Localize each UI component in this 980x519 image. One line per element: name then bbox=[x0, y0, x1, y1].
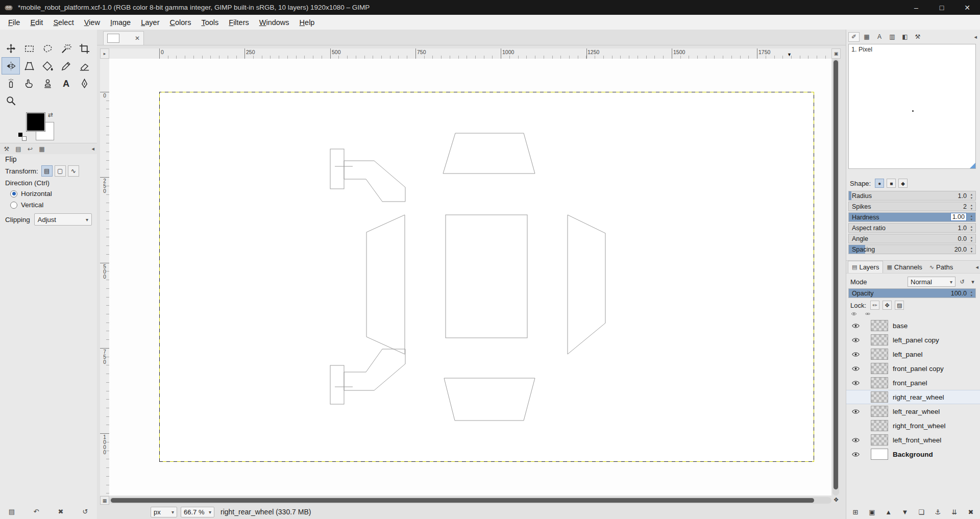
lock-position-button[interactable]: ✥ bbox=[883, 301, 892, 310]
menu-tools[interactable]: Tools bbox=[196, 16, 224, 29]
tool-bucket-fill[interactable] bbox=[38, 57, 57, 75]
menu-select[interactable]: Select bbox=[48, 16, 79, 29]
layer-row[interactable]: front_panel bbox=[846, 376, 980, 390]
layer-link-cell[interactable] bbox=[862, 320, 871, 331]
layer-row[interactable]: right_rear_wheel bbox=[846, 390, 980, 404]
brush-spikes-slider[interactable]: Spikes2▴▾ bbox=[848, 202, 976, 211]
menu-edit[interactable]: Edit bbox=[25, 16, 48, 29]
brush-aspect-ratio-slider[interactable]: Aspect ratio1.0▴▾ bbox=[848, 223, 976, 233]
transform-layer-button[interactable]: ▤ bbox=[41, 165, 53, 177]
tool-rect-select[interactable] bbox=[20, 40, 38, 57]
tool-free-select[interactable] bbox=[38, 40, 57, 57]
tool-zoom[interactable] bbox=[2, 92, 20, 109]
tool-move[interactable] bbox=[2, 40, 20, 57]
layer-link-cell[interactable] bbox=[862, 335, 871, 345]
images-tab-icon[interactable]: ▦ bbox=[38, 145, 46, 153]
brush-aspect-ratio-slider-spinner[interactable]: ▴▾ bbox=[968, 224, 975, 232]
layer-visibility-toggle[interactable] bbox=[849, 378, 862, 388]
save-tool-options-button[interactable]: ▤ bbox=[6, 506, 17, 516]
layer-row[interactable]: right_front_wheel bbox=[846, 418, 980, 433]
clipping-dropdown[interactable]: Adjust ▾ bbox=[34, 213, 92, 226]
transform-selection-button[interactable]: ▢ bbox=[55, 165, 66, 177]
tool-text[interactable] bbox=[57, 75, 75, 92]
shape-diamond-button[interactable]: ◆ bbox=[898, 179, 908, 188]
tool-pencil[interactable] bbox=[57, 57, 75, 75]
menu-help[interactable]: Help bbox=[295, 16, 320, 29]
switch-mode-group-button[interactable]: ↺ bbox=[958, 277, 966, 286]
dock-menu-icon[interactable]: ◂ bbox=[975, 264, 978, 273]
swap-colors-icon[interactable]: ⇄ bbox=[48, 111, 53, 118]
resize-grip-icon[interactable] bbox=[970, 163, 975, 168]
layer-visibility-toggle[interactable] bbox=[849, 435, 862, 445]
layer-row[interactable]: front_panel copy bbox=[846, 361, 980, 376]
palettes-tab-icon[interactable]: ◧ bbox=[899, 32, 911, 42]
layer-row[interactable]: left_rear_wheel bbox=[846, 404, 980, 418]
tool-options-tab-icon[interactable]: ⚒ bbox=[3, 145, 11, 153]
duplicate-layer-button[interactable]: ❏ bbox=[915, 507, 927, 517]
layer-link-cell[interactable] bbox=[862, 378, 871, 388]
lower-layer-button[interactable]: ▼ bbox=[899, 507, 911, 517]
anchor-layer-button[interactable]: ⚓ bbox=[932, 507, 944, 517]
tool-clone[interactable] bbox=[38, 75, 57, 92]
layer-visibility-toggle[interactable] bbox=[849, 392, 862, 402]
layer-row[interactable]: left_front_wheel bbox=[846, 433, 980, 447]
dock-menu-icon[interactable]: ◂ bbox=[974, 34, 977, 40]
quick-mask-toggle[interactable]: ▦ bbox=[100, 496, 109, 505]
maximize-button[interactable]: □ bbox=[929, 0, 954, 15]
lock-alpha-button[interactable]: ▨ bbox=[895, 301, 904, 310]
radio-icon[interactable] bbox=[10, 202, 17, 209]
horizontal-scrollbar[interactable] bbox=[109, 497, 831, 504]
brush-radius-slider[interactable]: Radius1.0▴▾ bbox=[848, 191, 976, 201]
brush-spacing-slider[interactable]: Spacing20.0▴▾ bbox=[848, 244, 976, 254]
brush-angle-slider-spinner[interactable]: ▴▾ bbox=[968, 234, 975, 243]
layer-link-cell[interactable] bbox=[862, 406, 871, 416]
layer-row[interactable]: Background bbox=[846, 447, 980, 461]
layer-row[interactable]: left_panel bbox=[846, 347, 980, 361]
menu-file[interactable]: File bbox=[3, 16, 25, 29]
layer-visibility-toggle[interactable] bbox=[849, 449, 862, 459]
close-button[interactable]: ✕ bbox=[954, 0, 980, 15]
layer-opacity-slider-spinner[interactable]: ▴▾ bbox=[968, 289, 975, 298]
tab-channels[interactable]: ▦Channels bbox=[883, 261, 925, 273]
layer-link-cell[interactable] bbox=[862, 349, 871, 359]
delete-layer-button[interactable]: ✖ bbox=[965, 507, 977, 517]
reset-tool-options-button[interactable]: ↺ bbox=[80, 506, 91, 516]
menu-windows[interactable]: Windows bbox=[254, 16, 295, 29]
lock-pixels-button[interactable]: ✏ bbox=[870, 301, 879, 310]
tool-crop[interactable] bbox=[75, 40, 93, 57]
tab-close-icon[interactable]: ✕ bbox=[135, 35, 140, 42]
shape-circle-button[interactable]: ● bbox=[875, 179, 884, 188]
layer-link-cell[interactable] bbox=[862, 449, 871, 459]
zoom-dropdown[interactable]: 66.7 % ▾ bbox=[181, 507, 214, 517]
menu-image[interactable]: Image bbox=[105, 16, 136, 29]
vertical-scroll-thumb[interactable] bbox=[834, 60, 838, 489]
brush-spikes-slider-spinner[interactable]: ▴▾ bbox=[968, 202, 975, 211]
brushes-tab-icon[interactable]: ✐ bbox=[848, 32, 860, 42]
layer-link-cell[interactable] bbox=[862, 363, 871, 374]
mode-menu-button[interactable]: ▾ bbox=[969, 277, 977, 286]
direction-option-vertical[interactable]: Vertical bbox=[10, 201, 52, 209]
new-layer-group-button[interactable]: ▣ bbox=[866, 507, 878, 517]
layer-visibility-toggle[interactable] bbox=[849, 421, 862, 431]
layer-visibility-toggle[interactable] bbox=[849, 363, 862, 374]
menu-layer[interactable]: Layer bbox=[136, 16, 164, 29]
fonts-tab-icon[interactable]: A bbox=[874, 32, 885, 42]
image-canvas[interactable] bbox=[159, 92, 814, 462]
menu-filters[interactable]: Filters bbox=[224, 16, 254, 29]
device-status-tab-icon[interactable]: ▤ bbox=[14, 145, 22, 153]
vertical-scrollbar[interactable] bbox=[832, 59, 839, 496]
tool-flip[interactable] bbox=[2, 57, 20, 75]
merge-down-button[interactable]: ⇊ bbox=[948, 507, 961, 517]
layer-visibility-toggle[interactable] bbox=[849, 349, 862, 359]
layer-row[interactable]: base bbox=[846, 318, 980, 333]
undo-history-tab-icon[interactable]: ↩ bbox=[26, 145, 34, 153]
tool-airbrush[interactable] bbox=[2, 75, 20, 92]
horizontal-scroll-thumb[interactable] bbox=[111, 498, 814, 503]
direction-option-horizontal[interactable]: Horizontal bbox=[10, 190, 52, 197]
delete-tool-options-button[interactable]: ✖ bbox=[55, 506, 66, 516]
foreground-color-swatch[interactable] bbox=[27, 113, 45, 131]
raise-layer-button[interactable]: ▲ bbox=[883, 507, 895, 517]
new-layer-button[interactable]: ⊞ bbox=[849, 507, 862, 517]
default-colors-icon[interactable] bbox=[18, 133, 27, 141]
tab-layers[interactable]: ▤Layers bbox=[848, 261, 883, 273]
